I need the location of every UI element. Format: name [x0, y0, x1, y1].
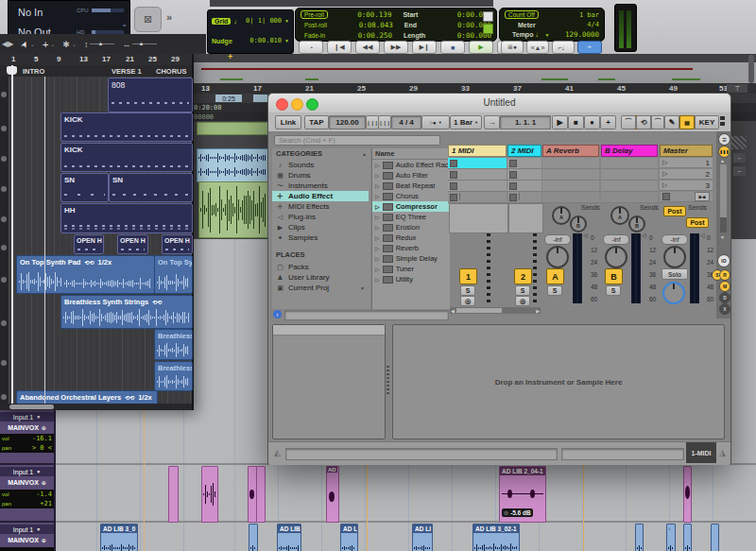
midi-clip-openh[interactable]: OPEN H — [162, 234, 193, 254]
midi-clip-hh[interactable]: HH — [60, 203, 193, 233]
chevron-down-icon[interactable]: ▼ — [544, 32, 549, 38]
place-packs[interactable]: ▢Packs — [272, 262, 369, 272]
volume-display[interactable]: -inf — [544, 234, 571, 245]
solo-button[interactable]: S — [547, 285, 562, 296]
chevron-down-icon[interactable]: ⌄ — [121, 20, 128, 28]
chevron-down-icon[interactable]: ▼ — [284, 38, 289, 43]
clip-gain-badge[interactable]: ⊜ -5.6 dB — [502, 508, 533, 517]
show-clip-view-icon[interactable]: ◭ — [274, 448, 281, 457]
expand-chevrons-icon[interactable]: » — [166, 11, 172, 23]
track-dot[interactable] — [1, 394, 7, 400]
expand-icon[interactable]: ▷ — [375, 224, 380, 231]
clip-slot[interactable] — [448, 181, 507, 192]
ffwd-button[interactable]: ▶▶ — [384, 41, 408, 54]
metronome-button[interactable]: ○●▼ — [421, 115, 450, 129]
grid-mode-button[interactable]: Grid — [212, 18, 231, 25]
midi-clip-openh[interactable]: OPEN H — [117, 234, 148, 254]
marker-label[interactable]: INTRO — [23, 67, 44, 76]
scene-slot[interactable]: ▷2 — [660, 169, 713, 180]
track-activator-a[interactable]: A — [546, 268, 564, 284]
midi-clip-sn[interactable]: SN — [60, 173, 109, 202]
send-b-post-button[interactable]: Post — [686, 217, 709, 228]
scene-play-icon[interactable]: ▷ — [662, 181, 667, 189]
audio-clip-adlib2[interactable]: AD LIB 2_04-1 ⊜ -5.6 dB — [499, 466, 546, 523]
track-dot[interactable] — [1, 320, 7, 326]
device-eq-three[interactable]: ▷EQ Three — [372, 212, 450, 222]
track-activator-1[interactable]: 1 — [459, 268, 477, 284]
scroll-right-icon[interactable]: ▶ — [536, 308, 540, 314]
audio-clip-blue[interactable]: ♪ — [666, 524, 676, 551]
key-map-button[interactable]: KEY — [695, 115, 719, 129]
expand-icon[interactable]: ▷ — [375, 234, 380, 241]
scene-slot[interactable]: ▷3 — [660, 181, 713, 191]
tempo-display[interactable]: 120.00 — [329, 115, 366, 129]
pre-roll-button[interactable]: Pre-roll — [301, 10, 328, 19]
audio-clip-breathless-short[interactable]: Breathless — [154, 329, 193, 360]
quantization-menu[interactable]: 1 Bar▼ — [450, 115, 482, 129]
post-roll-button[interactable]: Post-roll — [301, 21, 331, 29]
vertical-zoom-slider[interactable]: ↕▲ — [84, 40, 115, 49]
track-header-a-reverb[interactable]: A Reverb — [542, 145, 599, 157]
track-header-b-delay[interactable]: B Delay — [601, 145, 658, 157]
mixer-section-toggle[interactable]: M — [719, 281, 730, 292]
nudge-label[interactable]: Nudge — [212, 38, 232, 44]
rewind-button[interactable]: ◀◀ — [355, 41, 380, 54]
track-dot[interactable] — [1, 360, 7, 366]
device-reverb[interactable]: ▷Reverb — [372, 243, 450, 253]
audio-clip-breathless-short[interactable]: Breathless — [154, 361, 193, 391]
name-column-header[interactable]: Name — [375, 149, 394, 158]
punch-in-button[interactable]: ⌒ — [621, 115, 636, 129]
pre-post-led[interactable] — [483, 11, 493, 22]
overdub-button[interactable]: + — [600, 115, 616, 129]
device-auto-filter[interactable]: ▷Auto Filter — [372, 170, 450, 181]
category-drums[interactable]: ▦Drums — [272, 170, 369, 181]
track-header-1midi[interactable]: 1 MIDI — [448, 145, 507, 157]
scroll-left-icon[interactable]: ◀ — [451, 308, 455, 314]
place-user-library[interactable]: ♟User Library — [272, 272, 369, 283]
track-header-master[interactable]: Master — [660, 145, 713, 157]
draw-mode-button[interactable]: ✎ — [664, 115, 679, 129]
device-chorus[interactable]: ▷Chorus — [372, 191, 450, 201]
track-dot[interactable] — [1, 277, 7, 283]
session-view-toggle[interactable]: ☰ — [718, 133, 730, 146]
marker-label[interactable]: CHORUS — [156, 67, 187, 76]
audio-clip-blue[interactable] — [711, 524, 719, 551]
send-a-knob[interactable]: A — [610, 206, 629, 225]
info-button[interactable]: i — [273, 310, 282, 319]
online-button[interactable]: ◔ — [299, 41, 323, 54]
meter-arrow-icon[interactable]: ◁ — [642, 232, 646, 238]
selected-track-indicator[interactable]: 1-MIDI — [686, 442, 716, 463]
expand-icon[interactable]: ▷ — [375, 214, 380, 220]
collapse-icon[interactable]: ▲ — [362, 151, 367, 157]
meter-arrow-icon[interactable]: ◁ — [583, 232, 588, 238]
scroll-up-icon[interactable]: ▲ — [720, 158, 725, 164]
play-button[interactable]: ▶ — [469, 41, 493, 54]
arrangement-view-toggle[interactable]: ❚❚❚ — [718, 146, 730, 158]
post-roll-value[interactable]: 0:08.043 — [352, 21, 393, 29]
solo-button[interactable]: S — [460, 285, 475, 296]
expand-icon[interactable]: ▷ — [375, 182, 380, 189]
tool-options[interactable]: ✱⌄ — [62, 40, 77, 49]
audio-clip-blue[interactable] — [249, 524, 258, 551]
rtz-button[interactable]: ❙◀ — [327, 41, 352, 54]
chevron-down-icon[interactable]: ▼ — [284, 18, 289, 24]
input-selector[interactable]: Input 1▼ — [0, 467, 54, 476]
ruler-options-icon[interactable]: ⊤ — [727, 84, 747, 93]
solo-button[interactable]: S — [515, 285, 530, 296]
tempo-resolution-button[interactable]: ⌐♩ — [552, 41, 575, 54]
device-drop-zone[interactable] — [508, 203, 543, 233]
scroll-thumb[interactable] — [720, 164, 727, 217]
scroll-down-icon[interactable]: ▼ — [720, 234, 725, 240]
output-selector[interactable]: MAINVOX⊕ — [0, 422, 54, 433]
category-instruments[interactable]: 〜Instruments — [272, 181, 369, 191]
expand-icon[interactable]: ▷ — [375, 245, 380, 251]
audio-clip-pink-ad[interactable]: AD — [326, 466, 339, 523]
fade-in-value[interactable]: 0:00.250 — [351, 31, 392, 40]
audio-clip-pink[interactable] — [201, 466, 218, 523]
clip-slot-selected[interactable] — [448, 158, 507, 169]
record-button[interactable]: ● — [584, 115, 600, 129]
expand-icon[interactable]: ▷ — [375, 203, 380, 210]
expand-icon[interactable]: ▷ — [375, 276, 380, 283]
play-button[interactable]: ▶ — [552, 115, 568, 129]
midi-clip-kick[interactable]: KICK — [60, 143, 193, 172]
